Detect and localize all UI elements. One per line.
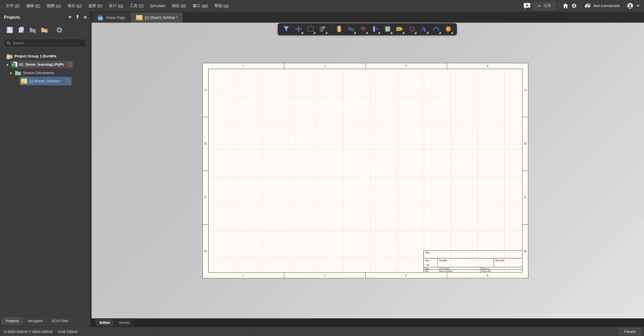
folder-source-icon [15,70,21,76]
altium-designer-window: 文件 (F)编辑 (E)视图 (V)项目 (C)放置 (P)设计 (D)工具 (… [0,0,644,336]
panel-settings-button[interactable] [55,26,64,34]
tool-align[interactable] [317,24,328,35]
svg-text:i: i [412,27,413,31]
place-sheet-symbol-icon [384,26,391,33]
menubar-right-controls: 分享 Not Connected [523,2,641,10]
tree-item-sheet1[interactable]: ◢ [1] Sheet1.SchDoc * [0,77,90,85]
status-bar: X:3500.000mil Y:4600.000mil Grid:100mil … [0,327,644,336]
menu-edit[interactable]: 编辑 (E) [23,0,44,12]
panel-close-icon[interactable]: ✕ [83,15,87,20]
home-icon[interactable] [562,2,569,10]
active-bar-toolbar: D1 i A [278,23,457,35]
projects-panel-header: Projects ✕ [0,12,90,23]
filter-icon [283,26,290,33]
search-box[interactable] [4,39,86,47]
tool-select[interactable] [305,24,316,35]
statusbar-separator [249,329,249,334]
editor-mode-tab[interactable]: Editor [96,319,114,326]
menu-project[interactable]: 项目 (C) [64,0,85,12]
menubar-separator [581,3,581,9]
home-tab-icon [97,15,104,21]
menu-reports[interactable]: 报告 (R) [169,0,189,12]
menu-design[interactable]: 设计 (D) [106,0,127,12]
projects-panel-toolbar [0,23,90,37]
place-no-erc-icon: i [408,25,415,33]
menu-help[interactable]: 帮助 (H) [211,0,232,12]
toolbar-separator [52,26,52,34]
save-button[interactable] [6,26,14,34]
project-options-button[interactable] [40,26,49,34]
menu-place[interactable]: 放置 (P) [85,0,106,12]
menu-view[interactable]: 视图 (V) [44,0,64,12]
sheet1-mode-tab[interactable]: Sheet1 [115,319,134,326]
place-text-icon: A [421,25,427,33]
tab-sheet1-schdoc[interactable]: [1] Sheet1.SchDoc * [131,13,183,23]
expand-arrow-icon[interactable]: ◢ [6,63,11,66]
cursor-coordinates: X:3500.000mil Y:4600.000mil [4,329,53,334]
sheet-drawing-area[interactable] [208,69,522,273]
place-designator-icon: D1 [396,26,404,32]
number-label: Number [439,259,447,262]
gear-icon[interactable] [571,2,577,10]
panel-tab-navigator[interactable]: Navigator [24,317,47,324]
file-value: Sheet1.SchDoc [439,270,480,272]
tool-place-polygon[interactable] [443,24,454,35]
share-button[interactable]: 分享 [533,2,555,10]
schematic-sheet[interactable]: 1234 1234 ABCD ABCD Title Size A4 [203,63,528,278]
tree-item-label: Source Documents [23,71,54,75]
svg-text:D1: D1 [397,27,401,30]
size-label: Size [425,259,429,262]
tool-place-arc[interactable] [431,24,441,35]
user-avatar-icon[interactable] [627,2,633,10]
drawn-by-label: Drawn By: [481,270,492,272]
sheet-column-labels-bottom: 1234 [203,273,528,278]
sheet-of-label: Sheet of [481,267,489,270]
tree-item-project-group[interactable]: ◢ Project Group 1.DsnWrk [0,52,90,60]
menu-tools[interactable]: 工具 (T) [127,0,147,12]
place-wire-icon [347,26,355,33]
tab-home-page[interactable]: Home Page [92,13,130,23]
search-folder-button[interactable] [29,26,37,34]
tool-place-sheet-symbol[interactable] [382,24,393,35]
place-part-icon [336,25,342,33]
svg-text:A: A [421,25,426,32]
search-input[interactable] [13,41,83,45]
tree-item-source-documents[interactable]: ◢ Source Documents [0,69,90,77]
chevron-down-icon[interactable] [636,5,639,7]
connection-status[interactable]: Not Connected [584,3,620,9]
tool-filter[interactable] [281,24,292,35]
panel-tab-sch-filter[interactable]: SCH Filter [48,317,72,324]
search-icon [7,41,11,45]
panel-dropdown-icon[interactable] [68,16,72,18]
project-group-icon [6,53,13,59]
tree-item-project[interactable]: ◢ 01_Demo_learning1.PrjPc [0,60,90,69]
compile-documents-button[interactable] [17,26,26,34]
menu-items: 文件 (F)编辑 (E)视图 (V)项目 (C)放置 (P)设计 (D)工具 (… [3,0,232,12]
tool-place-text[interactable]: A [419,24,429,35]
file-label: File: [425,270,439,272]
panel-tab-projects[interactable]: Projects [2,317,23,324]
tool-move[interactable] [293,24,304,35]
tool-place-no-erc[interactable]: i [407,24,417,35]
tool-place-part[interactable] [334,24,344,35]
schematic-canvas[interactable]: D1 i A 1234 1234 ABCD [92,23,644,318]
tool-place-designator[interactable]: D1 [394,24,405,35]
place-harness-icon [372,25,379,33]
menubar-separator [623,3,623,9]
expand-arrow-icon[interactable]: ◢ [10,71,14,74]
panel-pin-icon[interactable] [76,15,79,20]
menu-simulate[interactable]: Simulate [147,0,169,12]
menu-file[interactable]: 文件 (F) [3,0,23,12]
panel-bottom-tabs: ProjectsNavigatorSCH Filter [0,317,90,327]
comment-plus-icon[interactable] [523,2,531,10]
panels-button[interactable]: Panels [619,328,641,335]
date-value: 10/27/2025 [439,267,480,270]
toolbar-divider[interactable] [330,24,332,35]
editor-mode-tabbar: EditorSheet1 [92,318,644,327]
align-icon [319,26,326,33]
tool-place-harness[interactable] [370,24,381,35]
panel-title: Projects [4,15,20,20]
tool-place-gnd[interactable] [358,24,369,35]
menu-window[interactable]: 窗口 (W) [189,0,211,12]
tool-place-wire[interactable] [346,24,356,35]
